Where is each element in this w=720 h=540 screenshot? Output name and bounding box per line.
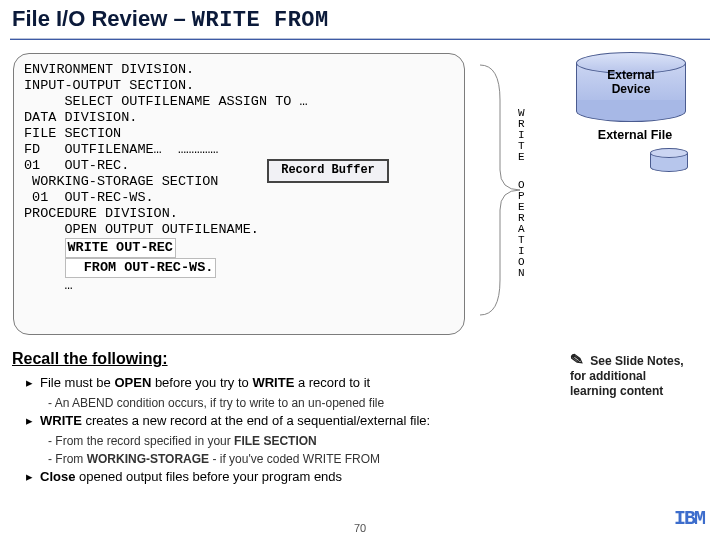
- code-highlight-from: FROM OUT-REC-WS.: [65, 258, 217, 278]
- arrow-icon: ▸: [26, 468, 40, 486]
- title-prefix: File I/O Review –: [12, 6, 192, 31]
- slide-title: File I/O Review – WRITE FROM: [12, 6, 329, 33]
- external-file-label: External File: [580, 128, 690, 142]
- recall-bullets: ▸ File must be OPEN before you try to WR…: [26, 374, 546, 488]
- arrow-icon: ▸: [26, 412, 40, 430]
- bullet-1-sub: - An ABEND condition occurs, if try to w…: [48, 394, 546, 412]
- slide-notes-callout: ✎ See Slide Notes, for additionallearnin…: [570, 352, 710, 399]
- title-mono: WRITE FROM: [192, 8, 329, 33]
- title-rule: [10, 38, 710, 40]
- record-buffer-box: Record Buffer: [267, 159, 389, 183]
- bullet-2-sub1: - From the record specified in your FILE…: [48, 432, 546, 450]
- external-device-label: External Device: [576, 68, 686, 96]
- code-box: ENVIRONMENT DIVISION. INPUT-OUTPUT SECTI…: [13, 53, 465, 335]
- mini-cylinder-icon: [650, 148, 688, 172]
- bullet-1: ▸ File must be OPEN before you try to WR…: [26, 374, 546, 392]
- operation-vertical-label: O P E R A T I O N: [518, 180, 525, 279]
- write-vertical-label: W R I T E: [518, 108, 525, 163]
- bullet-2-sub2: - From WORKING-STORAGE - if you've coded…: [48, 450, 546, 468]
- code-highlight-write: WRITE OUT-REC: [65, 238, 176, 258]
- bullet-3: ▸ Close opened output files before your …: [26, 468, 546, 486]
- arrow-icon: ▸: [26, 374, 40, 392]
- code-listing: ENVIRONMENT DIVISION. INPUT-OUTPUT SECTI…: [24, 62, 454, 294]
- recall-heading: Recall the following:: [12, 350, 168, 368]
- pencil-icon: ✎: [569, 351, 584, 368]
- page-number: 70: [0, 522, 720, 534]
- ibm-logo: IBM: [674, 507, 704, 530]
- external-device-cylinder: External Device: [576, 52, 686, 122]
- bullet-2: ▸ WRITE creates a new record at the end …: [26, 412, 546, 430]
